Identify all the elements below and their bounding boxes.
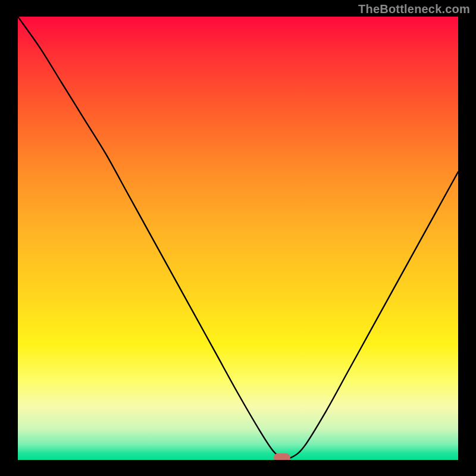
- bottleneck-curve: [18, 17, 458, 460]
- optimal-marker: [274, 453, 290, 460]
- chart-frame: TheBottleneck.com: [0, 0, 476, 476]
- attribution-text: TheBottleneck.com: [358, 2, 470, 16]
- plot-area: [18, 17, 458, 460]
